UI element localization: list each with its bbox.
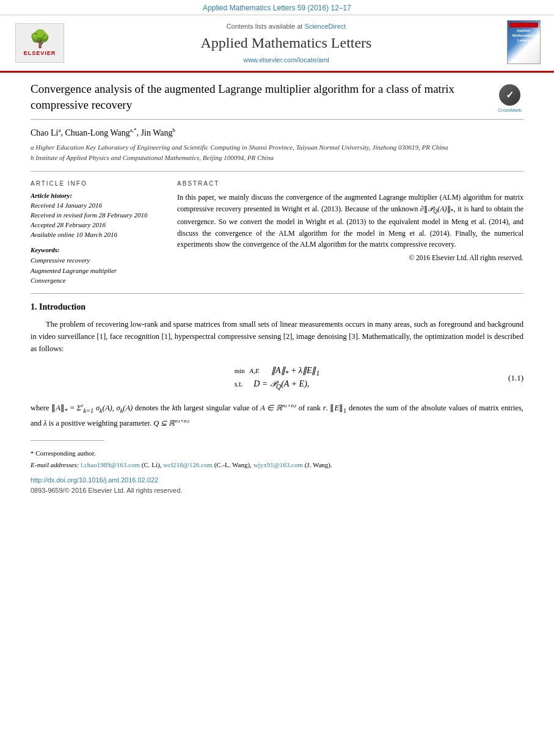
author1-name: Chao Li [31,128,59,137]
cover-image: AppliedMathematicsLetters [507,20,541,64]
elsevier-logo-image: 🌳 ELSEVIER [15,23,64,63]
received-date: Received 14 January 2016 [31,201,165,211]
author3-sup: b [172,127,175,133]
keywords-section: Keywords: Compressive recovery Augmented… [31,246,165,286]
journal-banner: 🌳 ELSEVIER Contents lists available at S… [0,15,554,73]
cover-top-bar [509,23,538,27]
paper-title-section: Convergence analysis of the augmented La… [31,81,523,120]
contents-available-line: Contents lists available at ScienceDirec… [227,23,346,30]
intro-section: 1. Introduction The problem of recoverin… [31,302,523,429]
equation-number: (1.1) [508,373,523,383]
available-date: Available online 10 March 2016 [31,230,165,240]
journal-url[interactable]: www.elsevier.com/locate/aml [243,56,329,64]
eq-st-line: s.t. D = 𝒫Q(A + E), [235,379,320,391]
history-title: Article history: [31,192,165,199]
article-history: Article history: Received 14 January 201… [31,192,165,240]
elsevier-brand-text: ELSEVIER [24,50,56,56]
crossmark-icon: ✓ [499,84,520,106]
intro-section-title: 1. Introduction [31,302,523,312]
crossmark-widget[interactable]: ✓ CrossMark [496,84,523,113]
keyword-3: Convergence [31,275,165,286]
affiliations-section: a Higher Education Key Laboratory of Eng… [31,143,523,172]
article-info-header: ARTICLE INFO [31,180,165,187]
elsevier-logo: 🌳 ELSEVIER [12,20,67,66]
authors-line: Chao Lia, Chuan-Long Wanga,*, Jin Wangb [31,127,523,138]
min-subscript: A,E [249,367,259,374]
revised-date: Received in revised form 28 February 201… [31,211,165,220]
corresponding-author-note: * Corresponding author. [31,448,523,459]
eq-min-line: min A,E ‖A‖* + λ‖E‖1 [235,365,320,377]
doi-link[interactable]: http://dx.doi.org/10.1016/j.aml.2016.02.… [31,476,158,484]
article-info-abstract: ARTICLE INFO Article history: Received 1… [31,180,523,293]
abstract-col: ABSTRACT In this paper, we mainly discus… [177,180,523,285]
article-info-col: ARTICLE INFO Article history: Received 1… [31,180,165,285]
footnote-separator [31,440,104,445]
email-1[interactable]: l.chao1989@163.com [81,461,140,468]
email-2[interactable]: wcl218@126.com [163,461,213,468]
keywords-title: Keywords: [31,246,165,253]
crossmark-label: CrossMark [498,107,522,113]
elsevier-tree-icon: 🌳 [29,31,51,48]
email-2-label: (C.-L. Wang), [214,461,253,468]
sciencedirect-link[interactable]: ScienceDirect [304,23,346,30]
intro-para-1: The problem of recovering low-rank and s… [31,318,523,355]
issn-line: 0893-9659/© 2016 Elsevier Ltd. All right… [31,487,523,494]
email-addresses: E-mail addresses: l.chao1989@163.com (C.… [31,460,523,470]
affiliation-b: b Institute of Applied Physics and Compu… [31,153,523,162]
email-3-label: (J. Wang). [305,461,332,468]
journal-citation-header: Applied Mathematics Letters 59 (2016) 12… [0,0,554,15]
main-content: Convergence analysis of the augmented La… [0,73,554,506]
abstract-text: In this paper, we mainly discuss the con… [177,192,523,250]
equation-1-1: min A,E ‖A‖* + λ‖E‖1 s.t. D = 𝒫Q(A + E),… [31,363,523,393]
abstract-header: ABSTRACT [177,180,523,187]
author2-sup: a,* [130,127,137,133]
journal-cover-thumbnail: AppliedMathematicsLetters [505,20,542,66]
journal-citation-text: Applied Mathematics Letters 59 (2016) 12… [203,4,351,12]
paper-title: Convergence analysis of the augmented La… [31,81,496,112]
email-1-label: (C. Li), [142,461,163,468]
where-word: where [31,404,49,412]
copyright-line: © 2016 Elsevier Ltd. All rights reserved… [177,254,523,261]
min-operator: min [235,367,245,374]
min-expression: ‖A‖* + λ‖E‖1 [271,366,319,375]
accepted-date: Accepted 28 February 2016 [31,220,165,230]
email-label: E-mail addresses: [31,461,81,468]
author2-name: , Chuan-Long Wang [61,128,130,137]
email-3[interactable]: wjyx91@163.com [253,461,303,468]
affiliation-a: a Higher Education Key Laboratory of Eng… [31,143,523,152]
equation-content: min A,E ‖A‖* + λ‖E‖1 s.t. D = 𝒫Q(A + E), [235,363,320,393]
banner-center: Contents lists available at ScienceDirec… [73,20,499,66]
st-label: s.t. [235,380,243,388]
constraint-expr: D = 𝒫Q(A + E), [253,379,309,388]
contents-text: Contents lists available at [227,23,303,30]
keyword-2: Augmented Lagrange multiplier [31,266,165,276]
keyword-1: Compressive recovery [31,255,165,266]
journal-title-banner: Applied Mathematics Letters [201,35,372,51]
author3-name: , Jin Wang [137,128,173,137]
where-paragraph: where ‖A‖* = Σrk=1 σk(A), σk(A) denotes … [31,401,523,429]
cover-title-text: AppliedMathematicsLetters [512,29,534,43]
